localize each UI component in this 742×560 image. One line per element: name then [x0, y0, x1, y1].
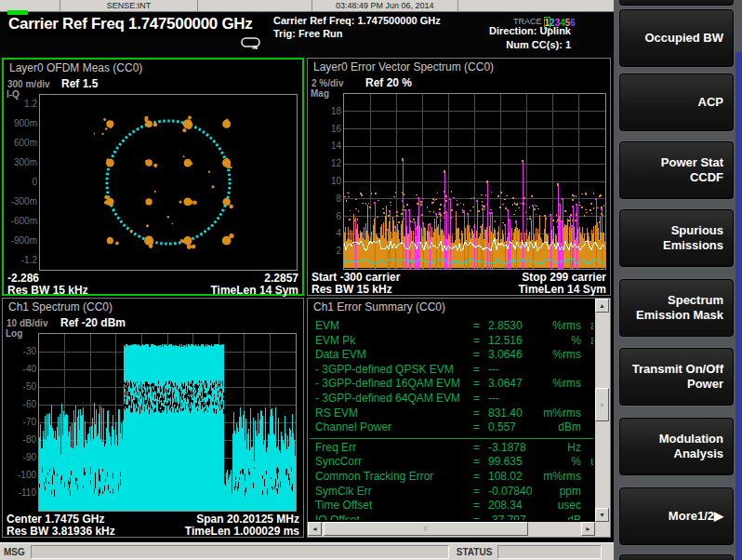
summary-sv: 2.8530 — [488, 319, 523, 332]
softkey-acp[interactable]: ACP — [618, 73, 735, 132]
softkey-transmit-on-off-power[interactable]: Transmit On/Off Power — [618, 347, 735, 407]
summary-se: = — [473, 441, 480, 454]
continuous-sweep-icon — [240, 36, 262, 49]
summary-sl: EVM Pk — [315, 334, 355, 347]
menu-accent-strip — [735, 52, 742, 560]
msg-label: MSG — [4, 547, 25, 557]
summary-sv: -37.797 — [488, 513, 526, 520]
x-min: -2.286 — [7, 272, 39, 285]
summary-sv: 3.0646 — [488, 348, 523, 361]
softkey-modulation-analysis[interactable]: Modulation Analysis — [618, 417, 735, 476]
summary-se: = — [473, 363, 480, 376]
window-ofdm-meas[interactable]: Layer0 OFDM Meas (CC0) 300 m/div Ref 1.5… — [2, 58, 304, 296]
menu-button-partial-bottom[interactable] — [618, 553, 735, 560]
summary-su: m%rms — [522, 470, 581, 483]
time-len: TimeLen 1.000029 ms — [185, 525, 299, 538]
summary-se: = — [473, 470, 480, 483]
window-error-vector-spectrum[interactable]: Layer0 Error Vector Spectrum (CC0) 2 %/d… — [307, 58, 611, 296]
summary-se: = — [473, 485, 480, 498]
summary-sl: SyncCorr — [315, 455, 362, 468]
softkey-spectrum-emission-mask[interactable]: Spectrum Emission Mask — [618, 278, 735, 338]
y-axis-label: -900m — [6, 235, 37, 246]
sense-indicator: SENSE:INT — [60, 0, 199, 11]
horizontal-scrollbar[interactable]: ◄ ► ⠿ — [308, 522, 595, 537]
summary-su: % — [522, 455, 581, 468]
y-axis-label: -300m — [6, 196, 37, 207]
trace-6-indicator[interactable]: 6 — [570, 18, 576, 28]
softkey-more1-2[interactable]: More1/2▶ — [618, 487, 735, 546]
scroll-down-button[interactable]: ▼ — [595, 508, 609, 522]
horizontal-scroll-thumb[interactable]: ⠿ — [324, 522, 528, 536]
y-axis-label: 12 — [310, 158, 341, 168]
vertical-scrollbar[interactable]: ▲ ▼ ≡ — [595, 299, 610, 522]
summary-se: = — [473, 513, 480, 520]
y-axis-label: 1.2 — [6, 99, 37, 109]
menu-button-partial-top[interactable] — [618, 0, 735, 7]
scale-per-div: 10 dB/div — [7, 318, 47, 328]
time-len: TimeLen 14 Sym — [211, 284, 299, 297]
summary-sl: - 3GPP-defined QPSK EVM — [315, 363, 454, 376]
ref-level: Ref 20 % — [365, 76, 412, 89]
summary-se: = — [473, 334, 480, 347]
topbar-segment — [458, 0, 614, 11]
summary-sv: --- — [488, 392, 499, 405]
spectrum-plot — [38, 333, 297, 512]
summary-sl: IQ Offset — [315, 513, 360, 520]
scrollbar-corner — [595, 522, 610, 537]
scroll-right-button[interactable]: ► — [581, 522, 595, 536]
softkey-spurious-emissions[interactable]: Spurious Emissions — [618, 208, 735, 268]
y-axis-label: -600m — [6, 216, 37, 226]
y-axis-label: -40 — [5, 364, 36, 374]
y-axis-label: 8 — [310, 193, 341, 204]
summary-sf: u — [590, 455, 593, 468]
softkey-occupied-bw[interactable]: Occupied BW — [618, 8, 735, 68]
status-field — [497, 545, 602, 559]
summary-row: Freq Err=-3.1878Hz — [310, 441, 593, 456]
vertical-scroll-thumb[interactable]: ≡ — [595, 388, 609, 421]
window-error-summary[interactable]: Ch1 Error Summary (CC0) EVM=2.8530%rmsaE… — [307, 298, 611, 538]
softkey-power-stat-ccdf[interactable]: Power Stat CCDF — [618, 140, 735, 200]
numcc-readout: Num CC(s): 1 — [489, 38, 571, 52]
y-axis-label: 600m — [6, 138, 37, 148]
constellation-plot — [39, 94, 298, 271]
summary-row: Common Tracking Error=108.02m%rms — [310, 470, 593, 485]
y-axis-label: 16 — [310, 124, 341, 134]
summary-sv: 0.557 — [488, 420, 516, 433]
clock: 03:48:49 PM Jun 06, 2014 — [312, 0, 458, 11]
summary-sv: 108.02 — [488, 470, 523, 483]
y-axis-label: 10 — [310, 176, 341, 186]
y-axis-label: -1.2 — [6, 255, 37, 265]
summary-su: dB — [522, 513, 581, 520]
summary-sl: - 3GPP-defined 64QAM EVM — [315, 392, 460, 405]
window-title: Ch1 Error Summary (CC0) — [313, 300, 445, 313]
direction-readout: Direction: Uplink — [489, 24, 571, 38]
carrier-ref-readout: Carrier Ref Freq: 1.747500000 GHz — [273, 14, 441, 27]
summary-row: EVM=2.8530%rmsa — [310, 319, 593, 334]
axis-name: Mag — [311, 88, 329, 99]
y-axis-label: 14 — [310, 140, 341, 151]
y-axis-label: -70 — [5, 417, 36, 427]
x-start: Start -300 carrier — [311, 271, 400, 284]
summary-sl: Time Offset — [315, 499, 372, 512]
window-ch1-spectrum[interactable]: Ch1 Spectrum (CC0) 10 dB/div Ref -20 dBm… — [2, 298, 304, 538]
summary-se: = — [473, 377, 480, 390]
scroll-up-button[interactable]: ▲ — [595, 299, 609, 313]
evs-plot — [343, 93, 606, 270]
summary-su: usec — [522, 499, 581, 512]
summary-sl: Channel Power — [315, 420, 391, 433]
summary-su: Hz — [522, 441, 581, 454]
scroll-left-button[interactable]: ◄ — [308, 522, 322, 536]
status-bar: MSG STATUS — [0, 542, 616, 560]
mode-annotations: Direction: Uplink Num CC(s): 1 — [489, 24, 571, 52]
axis-name: Log — [6, 328, 22, 339]
summary-se: = — [473, 499, 480, 512]
summary-se: = — [473, 319, 480, 332]
summary-se: = — [473, 420, 480, 433]
span: Span 20.20125 MHz — [196, 513, 299, 526]
summary-row: Time Offset=208.34usec — [310, 499, 593, 513]
summary-sl: Common Tracking Error — [315, 470, 433, 483]
y-axis-label: 6 — [310, 211, 341, 221]
ref-level: Ref 1.5 — [61, 77, 98, 90]
summary-row: EVM Pk=12.516%a — [310, 334, 593, 349]
y-axis-label: 900m — [6, 118, 37, 128]
